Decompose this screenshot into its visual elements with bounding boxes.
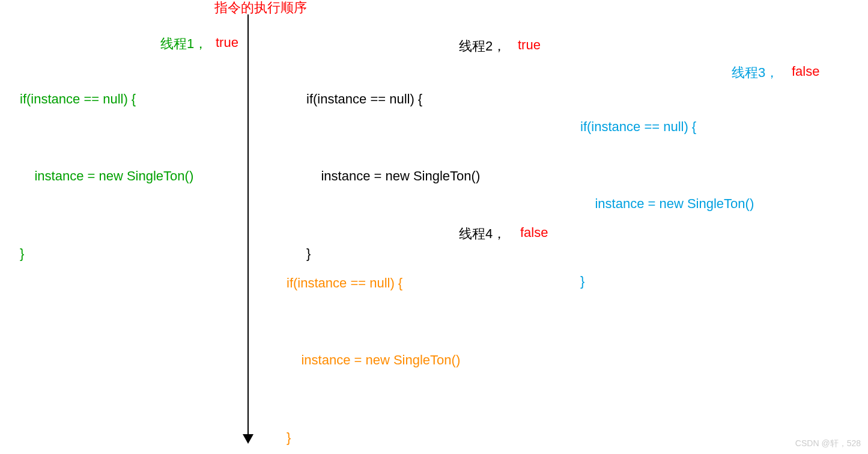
- thread1-code: if(instance == null) { instance = new Si…: [20, 35, 193, 293]
- code-line: }: [287, 425, 460, 451]
- code-line: instance = new SingleTon(): [580, 191, 754, 217]
- thread4-code: if(instance == null) { instance = new Si…: [287, 219, 460, 454]
- code-line: if(instance == null) {: [20, 87, 193, 112]
- watermark: CSDN @轩，528: [795, 438, 861, 449]
- code-line: }: [20, 241, 193, 267]
- thread4-result: false: [520, 225, 548, 241]
- diagram-title: 指令的执行顺序: [214, 0, 307, 17]
- thread2-result: true: [518, 37, 541, 53]
- thread2-label: 线程2，: [459, 37, 506, 55]
- thread3-code: if(instance == null) { instance = new Si…: [580, 63, 754, 321]
- timeline-arrow-head: [243, 434, 253, 444]
- thread1-label: 线程1，: [160, 35, 207, 53]
- code-line: if(instance == null) {: [306, 87, 480, 112]
- thread1-result: true: [216, 35, 238, 51]
- timeline-arrow-line: [247, 14, 249, 438]
- code-line: instance = new SingleTon(): [306, 164, 480, 189]
- thread3-result: false: [792, 64, 819, 79]
- thread4-label: 线程4，: [459, 225, 506, 243]
- code-line: if(instance == null) {: [580, 114, 754, 140]
- thread3-label: 线程3，: [732, 64, 778, 82]
- code-line: instance = new SingleTon(): [20, 164, 193, 189]
- code-line: instance = new SingleTon(): [287, 348, 460, 373]
- code-line: if(instance == null) {: [287, 271, 460, 296]
- code-line: }: [580, 269, 754, 295]
